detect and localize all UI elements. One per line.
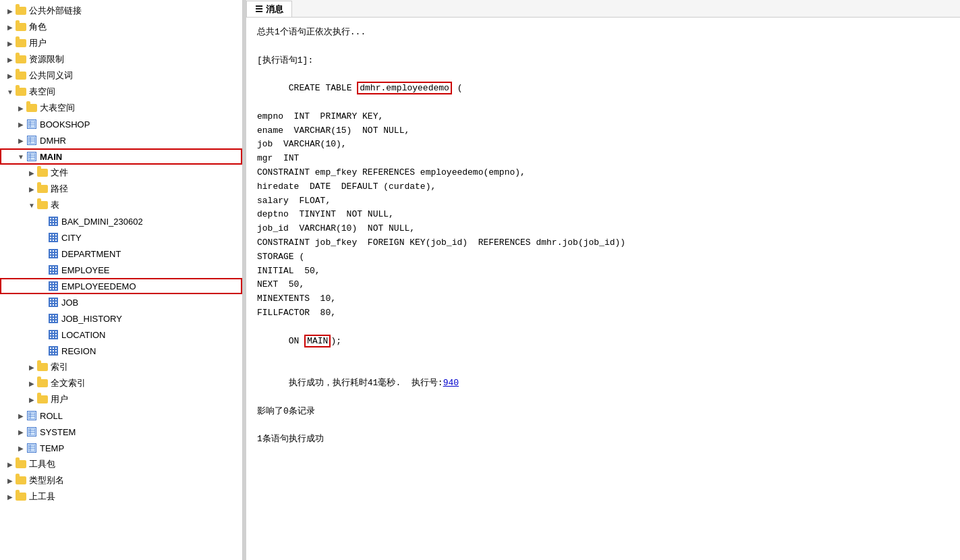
- msg-statement-label: [执行语句1]:: [257, 54, 949, 68]
- table-icon: [47, 248, 59, 259]
- exec-success-text: 执行成功，执行耗时41毫秒. 执行号:: [289, 378, 443, 388]
- toggle-fulltext-indexes[interactable]: ▶: [27, 380, 36, 387]
- toggle-users[interactable]: ▶: [5, 40, 15, 47]
- sidebar-item-big-tablespace[interactable]: ▶ 大表空间: [0, 100, 242, 116]
- toggle-temp[interactable]: ▶: [16, 445, 26, 452]
- toggle-paths[interactable]: ▶: [27, 186, 36, 193]
- sidebar-item-dmhr[interactable]: ▶ DMHR: [0, 132, 242, 148]
- sidebar-label-fulltext-indexes: 全文索引: [51, 377, 86, 389]
- sidebar-label-tables: 表: [51, 199, 59, 211]
- sidebar-item-temp[interactable]: ▶ TEMP: [0, 440, 242, 456]
- svg-rect-4: [28, 137, 35, 144]
- toggle-roles[interactable]: ▶: [5, 24, 15, 31]
- table-icon: [47, 264, 59, 275]
- folder-icon: [15, 491, 27, 502]
- toggle-big-tablespace[interactable]: ▶: [16, 105, 26, 112]
- sidebar-item-users[interactable]: ▶ 用户: [0, 35, 242, 51]
- toggle-users2[interactable]: ▶: [27, 396, 36, 403]
- msg-initial: INITIAL 50,: [257, 264, 949, 279]
- toggle-more[interactable]: ▶: [5, 493, 15, 501]
- msg-job-id: job_id VARCHAR(10) NOT NULL,: [257, 222, 949, 236]
- sidebar-label-city: CITY: [61, 233, 82, 243]
- sidebar-item-system[interactable]: ▶ SYSTEM: [0, 424, 242, 440]
- sidebar-item-indexes[interactable]: ▶ 索引: [0, 359, 242, 375]
- sidebar-item-city[interactable]: ▶ CITY: [0, 229, 242, 246]
- toggle-tablespace[interactable]: ▼: [5, 88, 15, 96]
- svg-rect-16: [28, 428, 35, 435]
- sidebar-item-job-history[interactable]: ▶ JOB_HISTORY: [0, 310, 242, 327]
- sidebar-label-big-tablespace: 大表空间: [40, 102, 75, 114]
- sidebar-item-type-alias[interactable]: ▶ 类型别名: [0, 472, 242, 488]
- sidebar-label-temp: TEMP: [40, 443, 64, 453]
- svg-rect-12: [28, 412, 35, 419]
- message-area: 总共1个语句正依次执行... [执行语句1]: CREATE TABLE dmh…: [246, 18, 960, 560]
- sidebar-label-system: SYSTEM: [40, 427, 76, 437]
- sidebar-item-bak-dmini[interactable]: ▶ BAK_DMINI_230602: [0, 213, 242, 229]
- sidebar-item-public-synonyms[interactable]: ▶ 公共同义词: [0, 67, 242, 84]
- folder-icon: [15, 54, 27, 65]
- sidebar-label-roll: ROLL: [40, 411, 63, 421]
- toggle-type-alias[interactable]: ▶: [5, 477, 15, 484]
- msg-final-success: 1条语句执行成功: [257, 432, 949, 447]
- sidebar-item-users2[interactable]: ▶ 用户: [0, 391, 242, 408]
- sidebar-item-more[interactable]: ▶ 上工县: [0, 488, 242, 505]
- toggle-resource-limit[interactable]: ▶: [5, 56, 15, 63]
- tablespace-icon: [26, 426, 38, 437]
- sidebar-item-tablespace[interactable]: ▼ 表空间: [0, 84, 242, 100]
- sidebar-item-region[interactable]: ▶ REGION: [0, 343, 242, 359]
- toggle-roll[interactable]: ▶: [16, 412, 26, 420]
- msg-ename: ename VARCHAR(15) NOT NULL,: [257, 124, 949, 138]
- msg-job: job VARCHAR(10),: [257, 138, 949, 152]
- sidebar-item-job[interactable]: ▶ JOB: [0, 294, 242, 310]
- toggle-toolkit[interactable]: ▶: [5, 461, 15, 468]
- code-create-table-suffix: (: [452, 83, 463, 93]
- sidebar-label-employee: EMPLOYEE: [61, 265, 110, 275]
- sidebar-item-roll[interactable]: ▶ ROLL: [0, 408, 242, 424]
- folder-icon: [15, 475, 27, 486]
- msg-empno: empno INT PRIMARY KEY,: [257, 110, 949, 124]
- sidebar-item-location[interactable]: ▶ LOCATION: [0, 327, 242, 343]
- tablespace-icon: [26, 443, 38, 453]
- sidebar-item-roles[interactable]: ▶ 角色: [0, 19, 242, 35]
- tablespace-icon: [26, 135, 38, 146]
- msg-deptno: deptno TINYINT NOT NULL,: [257, 208, 949, 222]
- code-dmhr-employeedemo: dmhr.employeedemo: [357, 82, 452, 94]
- toggle-public-synonyms[interactable]: ▶: [5, 72, 15, 80]
- sidebar-item-tables[interactable]: ▼ 表: [0, 197, 242, 213]
- sidebar-item-employeedemo[interactable]: ▶ EMPLOYEEDEMO: [0, 278, 242, 294]
- sidebar-item-employee[interactable]: ▶ EMPLOYEE: [0, 262, 242, 278]
- folder-icon: [15, 459, 27, 470]
- toggle-files[interactable]: ▶: [27, 169, 36, 177]
- toggle-public-links[interactable]: ▶: [5, 7, 15, 15]
- code-on-prefix: ON: [289, 336, 304, 346]
- sidebar-item-public-links[interactable]: ▶ 公共外部链接: [0, 3, 242, 19]
- tab-messages[interactable]: ☰ 消息: [246, 1, 292, 17]
- sidebar-item-paths[interactable]: ▶ 路径: [0, 181, 242, 197]
- sidebar-item-department[interactable]: ▶ DEPARTMENT: [0, 246, 242, 262]
- sidebar-label-job: JOB: [61, 298, 78, 308]
- sidebar-item-fulltext-indexes[interactable]: ▶ 全文索引: [0, 375, 242, 391]
- msg-minextents: MINEXTENTS 10,: [257, 292, 949, 306]
- sidebar-item-toolkit[interactable]: ▶ 工具包: [0, 456, 242, 472]
- toggle-indexes[interactable]: ▶: [27, 364, 36, 371]
- table-icon: [47, 313, 59, 324]
- sidebar-label-dmhr: DMHR: [40, 136, 66, 146]
- svg-rect-0: [28, 121, 35, 128]
- toggle-tables[interactable]: ▼: [27, 202, 36, 209]
- svg-rect-8: [28, 153, 35, 160]
- code-main-highlighted: MAIN: [304, 335, 331, 347]
- toggle-main[interactable]: ▼: [16, 153, 26, 161]
- sidebar-item-main[interactable]: ▼ MAIN: [0, 148, 242, 165]
- sidebar-item-files[interactable]: ▶ 文件: [0, 165, 242, 181]
- msg-storage: STORAGE (: [257, 250, 949, 264]
- sidebar-label-files: 文件: [51, 167, 68, 179]
- sidebar-label-employeedemo: EMPLOYEEDEMO: [61, 281, 136, 291]
- sidebar-label-paths: 路径: [51, 183, 68, 195]
- sidebar-item-bookshop[interactable]: ▶ BOOKSHOP: [0, 116, 242, 132]
- toggle-bookshop[interactable]: ▶: [16, 121, 26, 128]
- sidebar-item-resource-limit[interactable]: ▶ 资源限制: [0, 51, 242, 67]
- toggle-system[interactable]: ▶: [16, 428, 26, 436]
- table-icon: [47, 232, 59, 243]
- toggle-dmhr[interactable]: ▶: [16, 137, 26, 144]
- msg-fillfactor: FILLFACTOR 80,: [257, 306, 949, 320]
